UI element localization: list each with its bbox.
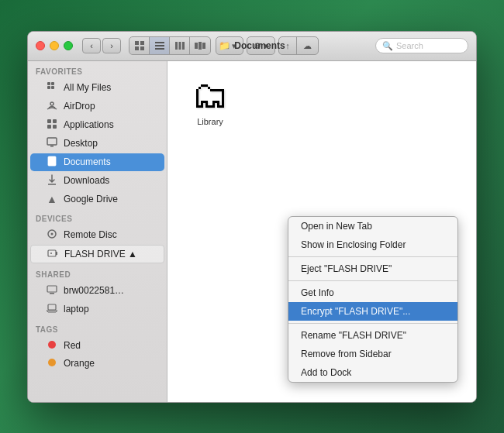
sidebar-item-brw[interactable]: brw0022581… — [30, 282, 164, 300]
svg-rect-20 — [47, 125, 51, 129]
svg-rect-13 — [47, 82, 50, 85]
svg-rect-15 — [47, 86, 50, 89]
svg-point-37 — [48, 341, 56, 349]
svg-rect-34 — [47, 286, 57, 292]
svg-rect-9 — [182, 42, 185, 50]
svg-rect-8 — [178, 42, 181, 50]
nav-buttons: ‹ › — [82, 38, 121, 53]
sidebar-item-remote-disc[interactable]: Remote Disc — [30, 226, 164, 244]
title-bar: ‹ › ⊞ ▾ ⚙ ▾ ↑ ☁ — [28, 32, 476, 61]
downloads-icon — [46, 174, 58, 187]
documents-icon — [46, 156, 58, 169]
sidebar-item-label: Remote Disc — [64, 229, 117, 240]
svg-rect-35 — [50, 293, 54, 294]
sidebar-item-label: Red — [64, 340, 81, 351]
svg-rect-0 — [135, 41, 139, 45]
cm-get-info[interactable]: Get Info — [288, 284, 457, 302]
svg-rect-4 — [155, 42, 164, 43]
tags-label: TAGS — [28, 319, 167, 336]
cm-open-new-tab[interactable]: Open in New Tab — [288, 217, 457, 235]
back-button[interactable]: ‹ — [82, 38, 101, 53]
svg-rect-1 — [140, 41, 144, 45]
sidebar-item-label: FLASH DRIVE ▲ — [64, 249, 137, 259]
sidebar-item-desktop[interactable]: Desktop — [30, 135, 164, 153]
sidebar-item-label: All My Files — [64, 82, 111, 93]
desktop-icon — [46, 137, 58, 150]
close-button[interactable] — [36, 41, 45, 50]
search-placeholder: Search — [396, 41, 423, 50]
cm-sep-2 — [288, 280, 457, 281]
forward-button[interactable]: › — [102, 38, 121, 53]
sidebar-item-laptop[interactable]: laptop — [30, 301, 164, 318]
svg-point-30 — [51, 232, 54, 235]
orange-tag-icon — [46, 357, 58, 369]
sidebar-item-label: Downloads — [64, 175, 109, 186]
title-label: Documents — [234, 40, 285, 51]
cm-remove-sidebar[interactable]: Remove from Sidebar — [288, 345, 457, 363]
favorites-label: FAVORITES — [28, 61, 167, 78]
sidebar-item-label: laptop — [64, 304, 89, 314]
svg-rect-19 — [53, 119, 57, 123]
remote-disc-icon — [46, 229, 58, 242]
svg-rect-18 — [47, 119, 51, 123]
sidebar-item-label: brw0022581… — [64, 285, 124, 296]
sidebar-item-all-my-files[interactable]: All My Files — [30, 79, 164, 97]
sidebar-item-downloads[interactable]: Downloads — [30, 172, 164, 190]
minimize-button[interactable] — [50, 41, 59, 50]
svg-rect-16 — [51, 86, 54, 89]
cm-sep-1 — [288, 256, 457, 257]
laptop-icon — [46, 303, 58, 316]
maximize-button[interactable] — [64, 41, 73, 50]
window-title: 📁 Documents — [219, 40, 285, 51]
svg-rect-2 — [135, 46, 139, 50]
traffic-lights — [36, 41, 73, 50]
view-icon-button[interactable] — [129, 37, 150, 54]
svg-rect-23 — [50, 146, 54, 147]
context-menu: Open in New Tab Show in Enclosing Folder… — [288, 216, 458, 383]
cm-show-enclosing[interactable]: Show in Enclosing Folder — [288, 235, 457, 254]
folder-icon: 🗂 — [192, 77, 229, 114]
sidebar-item-google-drive[interactable]: ▲ Google Drive — [30, 191, 164, 208]
sidebar-item-label: Documents — [64, 156, 111, 167]
svg-rect-22 — [47, 138, 57, 145]
svg-rect-10 — [195, 43, 198, 49]
svg-rect-6 — [155, 48, 164, 50]
brw-icon — [46, 284, 58, 297]
airdrop-icon — [46, 100, 58, 113]
view-flow-button[interactable] — [190, 37, 210, 54]
cm-add-dock[interactable]: Add to Dock — [288, 363, 457, 382]
cm-eject[interactable]: Eject "FLASH DRIVE" — [288, 259, 457, 278]
title-folder-icon: 📁 — [219, 40, 230, 51]
cm-encrypt[interactable]: Encrypt "FLASH DRIVE"... — [288, 302, 457, 321]
sidebar-item-orange[interactable]: Orange — [30, 355, 164, 372]
flash-drive-icon — [47, 248, 59, 260]
cm-rename[interactable]: Rename "FLASH DRIVE" — [288, 326, 457, 345]
sidebar-item-label: AirDrop — [64, 101, 95, 112]
folder-label: Library — [197, 117, 223, 126]
view-column-button[interactable] — [170, 37, 190, 54]
all-my-files-icon — [46, 81, 58, 95]
sidebar-item-label: Google Drive — [64, 194, 118, 204]
applications-icon — [46, 119, 58, 132]
sidebar-item-flash-drive[interactable]: FLASH DRIVE ▲ — [30, 245, 164, 263]
svg-rect-7 — [175, 42, 178, 50]
svg-rect-14 — [51, 82, 54, 85]
shared-label: SHARED — [28, 264, 167, 281]
sidebar-item-applications[interactable]: Applications — [30, 116, 164, 134]
svg-rect-3 — [140, 46, 144, 50]
svg-rect-32 — [56, 252, 57, 255]
svg-rect-12 — [202, 43, 205, 49]
view-buttons — [129, 36, 211, 55]
sidebar-item-label: Orange — [64, 358, 95, 369]
library-folder[interactable]: 🗂 Library — [183, 77, 237, 126]
sidebar-item-red[interactable]: Red — [30, 337, 164, 354]
sidebar: FAVORITES All My Files AirDrop Applicati… — [28, 61, 167, 402]
sidebar-item-airdrop[interactable]: AirDrop — [30, 98, 164, 115]
search-box[interactable]: 🔍 Search — [375, 38, 468, 53]
airdrop-button[interactable]: ☁ — [297, 37, 318, 54]
svg-point-33 — [50, 253, 52, 254]
cm-sep-3 — [288, 323, 457, 324]
sidebar-item-documents[interactable]: Documents — [30, 153, 164, 171]
view-list-button[interactable] — [150, 37, 170, 54]
content-area: 🗂 Library Open in New Tab Show in Enclos… — [167, 61, 476, 402]
